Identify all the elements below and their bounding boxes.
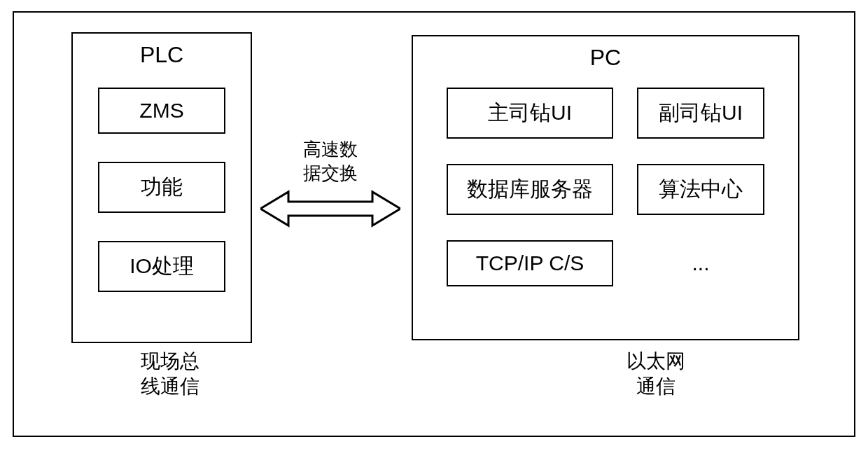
exchange-label: 高速数据交换 (260, 137, 400, 185)
pc-box-tcpip: TCP/IP C/S (447, 240, 613, 286)
pc-row: TCP/IP C/S ... (447, 240, 764, 286)
plc-box-func: 功能 (98, 162, 225, 213)
plc-panel: PLC ZMS 功能 IO处理 (71, 32, 252, 343)
pc-panel: PC 主司钻UI 副司钻UI 数据库服务器 算法中心 TCP/IP C/S ..… (412, 35, 799, 340)
double-arrow-icon (260, 189, 400, 228)
pc-row: 数据库服务器 算法中心 (447, 164, 764, 215)
pc-box-sub-ui: 副司钻UI (637, 88, 764, 139)
pc-row: 主司钻UI 副司钻UI (447, 88, 764, 139)
svg-marker-0 (260, 192, 400, 226)
pc-title: PC (413, 36, 798, 76)
pc-footer-label: 以太网通信 (610, 349, 701, 399)
plc-box-zms: ZMS (98, 88, 225, 134)
plc-box-io: IO处理 (98, 241, 225, 292)
pc-body: 主司钻UI 副司钻UI 数据库服务器 算法中心 TCP/IP C/S ... (413, 76, 798, 286)
plc-footer-label: 现场总线通信 (125, 349, 216, 399)
pc-box-algo: 算法中心 (637, 164, 764, 215)
pc-ellipsis: ... (637, 251, 764, 275)
exchange-link: 高速数据交换 (260, 137, 400, 228)
diagram-frame: PLC ZMS 功能 IO处理 高速数据交换 PC 主司钻UI 副司钻UI 数据… (13, 11, 855, 437)
pc-box-db-server: 数据库服务器 (447, 164, 613, 215)
plc-body: ZMS 功能 IO处理 (73, 74, 251, 292)
pc-box-main-ui: 主司钻UI (447, 88, 613, 139)
plc-title: PLC (73, 34, 251, 74)
